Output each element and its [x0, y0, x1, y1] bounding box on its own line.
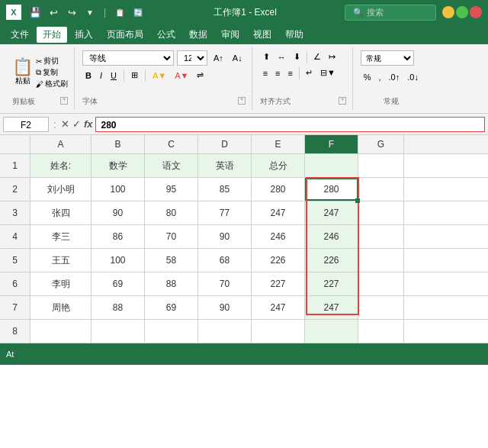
col-header-b[interactable]: B: [92, 135, 145, 153]
cell-g1[interactable]: [358, 154, 404, 177]
cell-a6[interactable]: 李明: [30, 272, 92, 295]
cell-b1[interactable]: 数学: [92, 154, 145, 177]
paste-button[interactable]: 📋 粘贴: [12, 59, 33, 86]
bold-button[interactable]: B: [82, 69, 95, 82]
angle-text-button[interactable]: ∠: [310, 50, 324, 63]
cell-b5[interactable]: 100: [92, 249, 145, 272]
cell-d8[interactable]: [198, 320, 252, 343]
menu-page-layout[interactable]: 页面布局: [101, 27, 149, 43]
search-box[interactable]: 🔍 搜索: [345, 5, 436, 21]
cell-g7[interactable]: [358, 296, 404, 319]
col-header-e[interactable]: E: [252, 135, 305, 153]
cell-c1[interactable]: 语文: [145, 154, 198, 177]
cell-c5[interactable]: 58: [145, 249, 198, 272]
cell-e2[interactable]: 280: [252, 178, 305, 201]
maximize-button[interactable]: [456, 6, 468, 18]
fill-handle[interactable]: [355, 198, 360, 203]
wrap-text-button[interactable]: ⇌: [194, 69, 207, 82]
col-header-c[interactable]: C: [145, 135, 198, 153]
number-format-select[interactable]: 常规: [361, 50, 414, 66]
cell-c6[interactable]: 88: [145, 272, 198, 295]
row-number[interactable]: 4: [0, 225, 30, 248]
cell-e8[interactable]: [252, 320, 305, 343]
cell-d6[interactable]: 70: [198, 272, 252, 295]
clipboard-expand-button[interactable]: ⌝: [60, 97, 68, 105]
align-right-button[interactable]: ≡: [285, 67, 296, 79]
font-size-select[interactable]: 12: [177, 50, 207, 66]
cell-b2[interactable]: 100: [92, 178, 145, 201]
col-header-g[interactable]: G: [358, 135, 404, 153]
cell-e3[interactable]: 247: [252, 201, 305, 224]
cell-d7[interactable]: 90: [198, 296, 252, 319]
border-button[interactable]: ⊞: [128, 69, 141, 82]
cell-a5[interactable]: 王五: [30, 249, 92, 272]
cell-a2[interactable]: 刘小明: [30, 178, 92, 201]
cell-g5[interactable]: [358, 249, 404, 272]
menu-data[interactable]: 数据: [183, 27, 214, 43]
font-family-select[interactable]: 等线: [82, 50, 174, 66]
shrink-font-button[interactable]: A↓: [230, 52, 246, 64]
form-icon[interactable]: 📋: [112, 5, 127, 20]
fill-color-button[interactable]: A▼: [149, 69, 169, 82]
row-number[interactable]: 5: [0, 249, 30, 272]
wrap-button[interactable]: ↵: [303, 66, 316, 79]
align-expand-button[interactable]: ⌝: [339, 97, 346, 105]
col-header-a[interactable]: A: [30, 135, 92, 153]
cell-a3[interactable]: 张四: [30, 201, 92, 224]
merge-button[interactable]: ⊟▼: [317, 66, 339, 79]
cell-a7[interactable]: 周艳: [30, 296, 92, 319]
minimize-button[interactable]: [442, 6, 454, 18]
font-color-button[interactable]: A▼: [172, 69, 191, 82]
row-number[interactable]: 2: [0, 178, 30, 201]
cell-f5[interactable]: 226: [305, 249, 358, 272]
row-number[interactable]: 1: [0, 154, 30, 177]
cell-c8[interactable]: [145, 320, 198, 343]
decrease-decimal-button[interactable]: .0↓: [404, 71, 422, 83]
grow-font-button[interactable]: A↑: [210, 52, 226, 64]
italic-button[interactable]: I: [97, 69, 105, 82]
col-header-d[interactable]: D: [198, 135, 252, 153]
menu-view[interactable]: 视图: [247, 27, 278, 43]
cell-a8[interactable]: [30, 320, 92, 343]
cell-d5[interactable]: 68: [198, 249, 252, 272]
cell-g2[interactable]: [358, 178, 404, 201]
fx-icon[interactable]: fx: [84, 118, 93, 130]
cell-b6[interactable]: 69: [92, 272, 145, 295]
cell-c4[interactable]: 70: [145, 225, 198, 248]
increase-decimal-button[interactable]: .0↑: [386, 71, 403, 83]
cell-c2[interactable]: 95: [145, 178, 198, 201]
row-number[interactable]: 7: [0, 296, 30, 319]
cell-d1[interactable]: 英语: [198, 154, 252, 177]
format-painter-button[interactable]: 🖌 格式刷: [36, 79, 68, 89]
row-number[interactable]: 3: [0, 201, 30, 224]
font-expand-button[interactable]: ⌝: [238, 97, 246, 105]
underline-button[interactable]: U: [108, 69, 120, 82]
cell-d3[interactable]: 77: [198, 201, 252, 224]
menu-help[interactable]: 帮助: [279, 27, 310, 43]
cell-a4[interactable]: 李三: [30, 225, 92, 248]
cell-f2[interactable]: 280: [305, 178, 358, 201]
row-number[interactable]: 6: [0, 272, 30, 295]
cell-b7[interactable]: 88: [92, 296, 145, 319]
cell-f8[interactable]: [305, 320, 358, 343]
cell-g4[interactable]: [358, 225, 404, 248]
col-header-f[interactable]: F: [305, 135, 358, 153]
cell-e6[interactable]: 227: [252, 272, 305, 295]
cell-d2[interactable]: 85: [198, 178, 252, 201]
cell-g6[interactable]: [358, 272, 404, 295]
cell-g3[interactable]: [358, 201, 404, 224]
cell-f4[interactable]: 246: [305, 225, 358, 248]
menu-home[interactable]: 开始: [37, 27, 67, 43]
percent-button[interactable]: %: [361, 71, 374, 83]
cell-c3[interactable]: 80: [145, 201, 198, 224]
close-button[interactable]: [470, 6, 482, 18]
save-icon[interactable]: 💾: [27, 5, 43, 20]
cell-a1[interactable]: 姓名:: [30, 154, 92, 177]
cancel-icon[interactable]: ✕: [61, 118, 69, 130]
confirm-icon[interactable]: ✓: [72, 118, 81, 130]
menu-insert[interactable]: 插入: [69, 27, 99, 43]
cell-f7[interactable]: 247: [305, 296, 358, 319]
row-number[interactable]: 8: [0, 320, 30, 343]
cell-g8[interactable]: [358, 320, 404, 343]
cell-f3[interactable]: 247: [305, 201, 358, 224]
